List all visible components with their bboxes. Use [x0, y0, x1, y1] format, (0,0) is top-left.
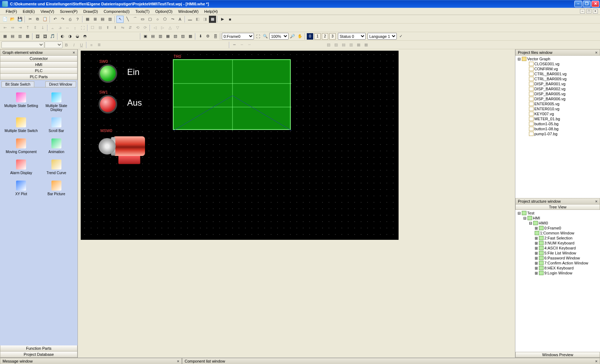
cut-icon[interactable]: ✂ — [26, 16, 34, 23]
windows-preview-tab[interactable]: Windows Preview — [515, 352, 600, 358]
frame-dropdown[interactable]: 0:Frame0 — [222, 33, 254, 40]
tab-bit-state-switch[interactable]: Bit State Switch — [1, 81, 34, 87]
tb3-h-icon[interactable]: ◓ — [81, 33, 89, 40]
pan-icon[interactable]: ✋ — [296, 33, 304, 40]
font-dropdown[interactable] — [1, 41, 44, 48]
italic-icon[interactable]: I — [70, 41, 78, 49]
tab-direct-window[interactable]: Direct Window — [45, 81, 76, 87]
new-icon[interactable]: 📄 — [1, 16, 9, 23]
nudge-left-icon[interactable]: ◁ — [151, 24, 159, 31]
print-icon[interactable]: ⎙ — [66, 16, 74, 23]
polygon-icon[interactable]: ⬠ — [161, 16, 169, 23]
align-bottom-icon[interactable]: ⤓ — [39, 24, 46, 31]
flip-h-icon[interactable]: ⇋ — [119, 24, 126, 31]
mdi-close-button[interactable]: × — [593, 9, 598, 14]
tb3-k-icon[interactable]: ▥ — [157, 33, 164, 40]
align-middle-icon[interactable]: ⇕ — [31, 24, 39, 31]
pointer-icon[interactable]: ↖ — [116, 16, 124, 23]
part-item-4[interactable]: Moving Component — [4, 136, 39, 157]
same-size-icon[interactable]: ⛶ — [79, 24, 86, 31]
fontsize-dropdown[interactable] — [45, 41, 62, 48]
same-height-icon[interactable]: ↕ — [71, 24, 79, 31]
tb3-pic2-icon[interactable]: 🖼 — [41, 33, 49, 40]
tb3-g-icon[interactable]: ◒ — [74, 33, 81, 40]
close-button[interactable]: ✕ — [591, 1, 599, 7]
menu-window[interactable]: Window(W) — [175, 9, 201, 14]
status-dropdown[interactable]: Status 0 — [338, 33, 366, 40]
bold-icon[interactable]: B — [63, 41, 70, 49]
compile-icon[interactable]: ⚙ — [204, 33, 211, 40]
language-dropdown[interactable]: Language 1 — [368, 33, 397, 40]
tree-view-tab[interactable]: Tree View — [515, 204, 600, 210]
save-icon[interactable]: 💾 — [16, 16, 24, 23]
paste-icon[interactable]: 📋 — [41, 16, 49, 23]
tal-2-icon[interactable]: ≣ — [95, 41, 102, 49]
align-center-h-icon[interactable]: ⇔ — [9, 24, 16, 31]
state-2-button[interactable]: 2 — [322, 33, 328, 40]
bar-plc-parts[interactable]: PLC Parts — [0, 74, 78, 80]
part-item-3[interactable]: Scroll Bar — [39, 115, 74, 136]
part-item-6[interactable]: Alarm Display — [4, 157, 39, 178]
align-left-icon[interactable]: ⇤ — [1, 24, 9, 31]
tal-1-icon[interactable]: ≡ — [88, 41, 95, 49]
tb3-a-icon[interactable]: ▦ — [1, 33, 9, 40]
align-top-icon[interactable]: ⤒ — [24, 24, 31, 31]
project-files-close-icon[interactable]: × — [595, 50, 598, 55]
trend-chart-tr0[interactable] — [173, 59, 291, 130]
tb3-l-icon[interactable]: ▦ — [164, 33, 171, 40]
bar-connector[interactable]: Connector — [0, 55, 78, 62]
hatch-5-icon[interactable]: ▦ — [355, 41, 362, 49]
tb3-j-icon[interactable]: ▤ — [149, 33, 156, 40]
grid-icon[interactable]: ▦ — [84, 16, 91, 23]
same-width-icon[interactable]: ↔ — [64, 24, 71, 31]
hatch-4-icon[interactable]: ▥ — [348, 41, 355, 49]
zoom-dropdown[interactable]: 100% — [269, 33, 289, 40]
part-item-8[interactable]: XY Plot — [4, 178, 39, 199]
tb3-f-icon[interactable]: ◑ — [66, 33, 74, 40]
bar-hmi[interactable]: HMI — [0, 61, 78, 68]
db-icon[interactable]: 🗄 — [212, 33, 219, 40]
fill-icon[interactable]: ▬ — [186, 16, 194, 23]
project-structure-tree[interactable]: ⊟ Test⊟ HMI⊟ HMI0⊞ 0:Frame01:Common Wind… — [515, 210, 600, 352]
rotate-r-icon[interactable]: ⟳ — [141, 24, 149, 31]
undo-icon[interactable]: ↶ — [51, 16, 59, 23]
front-icon[interactable]: ⬆ — [104, 24, 111, 31]
line-icon[interactable]: ╲ — [124, 16, 131, 23]
hatch-6-icon[interactable]: ▩ — [362, 41, 370, 49]
grid3-icon[interactable]: ▥ — [106, 16, 114, 23]
rect-icon[interactable]: ▭ — [139, 16, 146, 23]
component-list-close-icon[interactable]: × — [595, 359, 598, 363]
bar-plc[interactable]: PLC — [0, 67, 78, 74]
menu-components[interactable]: Components(I) — [101, 9, 132, 14]
minimize-button[interactable]: – — [574, 1, 582, 7]
mdi-minimize-button[interactable]: – — [580, 9, 585, 14]
open-icon[interactable]: 📂 — [9, 16, 16, 23]
lang-apply-icon[interactable]: ✓ — [397, 33, 404, 40]
tb3-c-icon[interactable]: ▥ — [16, 33, 24, 40]
message-window-close-icon[interactable]: × — [177, 359, 179, 363]
line-dot-icon[interactable]: ┈ — [246, 41, 253, 49]
bar-project-database[interactable]: Project Database — [0, 351, 78, 358]
project-files-tree[interactable]: ⊟ Vector GraphCLOSE001.vgCONFIRM.vgCTRL_… — [515, 56, 600, 198]
state-1-button[interactable]: 1 — [314, 33, 321, 40]
tb3-m-icon[interactable]: ▧ — [172, 33, 179, 40]
hatch-1-icon[interactable]: ▧ — [325, 41, 332, 49]
tb3-pic-icon[interactable]: 🖼 — [34, 33, 41, 40]
copy-icon[interactable]: ⧉ — [34, 16, 41, 23]
grid2-icon[interactable]: ▤ — [99, 16, 106, 23]
align-right-icon[interactable]: ⇥ — [16, 24, 24, 31]
nudge-up-icon[interactable]: △ — [166, 24, 174, 31]
sim-offline-icon[interactable]: ■ — [226, 16, 234, 23]
redo-icon[interactable]: ↷ — [59, 16, 66, 23]
hatch-3-icon[interactable]: ▤ — [340, 41, 347, 49]
snap-icon[interactable]: ⊞ — [91, 16, 99, 23]
part-item-1[interactable]: Multiple State Display — [39, 90, 74, 115]
nudge-right-icon[interactable]: ▷ — [159, 24, 166, 31]
zoom-fit-icon[interactable]: ⛶ — [254, 33, 261, 40]
download-icon[interactable]: ⬇ — [197, 33, 204, 40]
back-icon[interactable]: ⬇ — [111, 24, 119, 31]
lamp-sw0[interactable] — [99, 64, 117, 83]
menu-screen[interactable]: Screen(P) — [57, 9, 81, 14]
underline-icon[interactable]: U — [78, 41, 85, 49]
lamp-sw1[interactable] — [99, 95, 117, 113]
